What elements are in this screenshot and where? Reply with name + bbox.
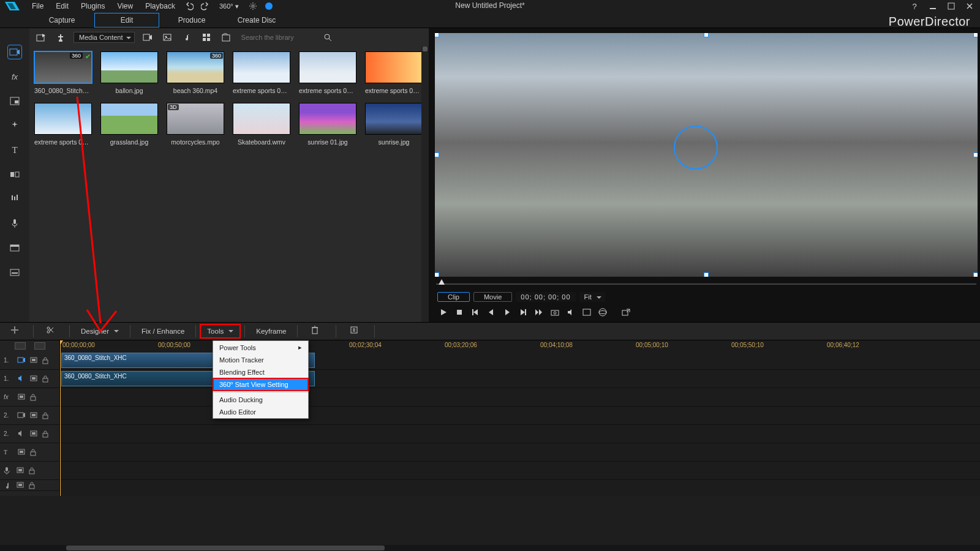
visibility-icon[interactable] [29,356,38,365]
particle-room-icon[interactable] [8,119,21,132]
media-item[interactable]: grassland.jpg [100,103,158,146]
track-header[interactable]: 2. [0,425,59,443]
next-frame-icon[interactable] [518,307,528,317]
help-icon[interactable]: ? [909,1,920,12]
chapter-room-icon[interactable] [8,241,21,255]
resize-handle[interactable] [435,152,439,157]
media-room-icon[interactable] [8,45,21,59]
time-ruler[interactable]: 00;00;00;00 00;00;50;00 00;01;40;02 00;0… [60,340,980,351]
resize-handle[interactable] [704,33,709,37]
resize-handle[interactable] [435,33,439,37]
resize-handle[interactable] [973,272,978,277]
zoom-dropdown[interactable]: Fit [579,292,605,302]
grid-view-icon[interactable] [200,31,213,44]
resize-handle[interactable] [973,152,978,157]
media-scrollbar[interactable] [421,47,429,322]
volume-icon[interactable] [566,307,576,317]
delete-icon[interactable] [311,326,322,337]
undo-icon[interactable] [184,1,195,12]
track-header[interactable]: T [0,443,59,462]
step-back-icon[interactable] [486,307,496,317]
aspect-ratio-dropdown[interactable]: 360° ▾ [213,1,245,12]
media-item[interactable]: extreme sports 04.jpg [34,103,92,146]
cloud-icon[interactable] [263,1,274,12]
playhead[interactable] [60,340,61,496]
filter-image-icon[interactable] [160,31,174,44]
tab-capture[interactable]: Capture [29,13,94,27]
stop-icon[interactable] [454,307,464,317]
audio-mix-room-icon[interactable] [8,192,21,206]
menu-file[interactable]: File [26,1,50,12]
close-icon[interactable] [964,1,975,12]
fix-enhance-button[interactable]: Fix / Enhance [135,325,190,337]
media-item[interactable]: sunrise.jpg [365,103,423,146]
resize-handle[interactable] [704,272,709,277]
menu-edit[interactable]: Edit [50,1,75,12]
tab-produce[interactable]: Produce [159,13,224,27]
media-item[interactable]: extreme sports 01.jpg [233,51,290,94]
timeline-h-scrollbar[interactable] [0,545,980,551]
undock-icon[interactable] [621,307,631,317]
split-icon[interactable] [46,326,57,337]
explorer-icon[interactable] [219,31,233,44]
redo-icon[interactable] [200,1,211,12]
timeline-track[interactable]: 360_0080_Stitch_XHC [60,370,980,388]
import-media-icon[interactable] [34,31,48,44]
plugin-icon[interactable] [54,31,67,44]
lock-icon[interactable] [28,467,37,475]
title-room-icon[interactable]: T [8,143,21,157]
media-filter-dropdown[interactable]: Media Content [74,32,135,43]
zoom-out-icon[interactable] [15,342,26,350]
track-header[interactable] [0,462,59,480]
lock-icon[interactable] [29,393,38,402]
media-item[interactable]: sunrise 01.jpg [299,103,356,146]
fx-room-icon[interactable]: fx [8,70,21,83]
lock-icon[interactable] [29,448,38,457]
keyframe-button[interactable]: Keyframe [250,325,292,337]
vr-mode-icon[interactable] [598,307,608,317]
menu-item-power-tools[interactable]: Power Tools▸ [213,341,308,354]
settings-gear-icon[interactable] [247,1,258,12]
menu-playback[interactable]: Playback [139,1,181,12]
track-header[interactable]: 1. [0,351,59,370]
tab-create-disc[interactable]: Create Disc [224,13,289,27]
timeline-track[interactable]: 360_0080_Stitch_XHC [60,351,980,370]
more-options-icon[interactable] [350,326,361,337]
resize-handle[interactable] [435,272,439,277]
timeline-track[interactable] [60,407,980,425]
search-input[interactable] [241,34,315,41]
visibility-icon[interactable] [17,448,26,457]
timeline-body[interactable]: 00;00;00;00 00;00;50;00 00;01;40;02 00;0… [60,340,980,496]
transition-room-icon[interactable] [8,168,21,181]
visibility-icon[interactable] [29,375,38,383]
zoom-in-icon[interactable] [34,342,45,350]
designer-dropdown[interactable]: Designer [75,325,125,337]
timeline-track[interactable] [60,443,980,462]
timeline-track[interactable] [60,425,980,443]
track-header[interactable]: fx [0,388,59,407]
lock-icon[interactable] [42,356,50,365]
timeline-track[interactable] [60,462,980,480]
track-header[interactable]: 2. [0,407,59,425]
lock-icon[interactable] [42,375,50,383]
track-header[interactable] [0,480,59,491]
media-item[interactable]: 360✔360_0080_Stitch_XHC... [34,51,92,94]
menu-plugins[interactable]: Plugins [75,1,111,12]
voiceover-room-icon[interactable] [8,217,21,230]
seek-head-icon[interactable] [439,279,445,285]
visibility-icon[interactable] [17,393,26,402]
visibility-icon[interactable] [29,411,38,420]
visibility-icon[interactable] [16,467,24,475]
filter-audio-icon[interactable] [180,31,194,44]
minimize-icon[interactable] [927,1,938,12]
track-header[interactable]: 1. [0,370,59,388]
media-item[interactable]: extreme sports 02.jpg [299,51,356,94]
resize-handle[interactable] [973,33,978,37]
snapshot-icon[interactable] [550,307,560,317]
prev-frame-icon[interactable] [470,307,480,317]
maximize-icon[interactable] [946,1,957,12]
media-item[interactable]: Skateboard.wmv [233,103,290,146]
visibility-icon[interactable] [29,430,38,438]
preview-canvas[interactable] [435,33,978,277]
timeline-track[interactable] [60,388,980,407]
